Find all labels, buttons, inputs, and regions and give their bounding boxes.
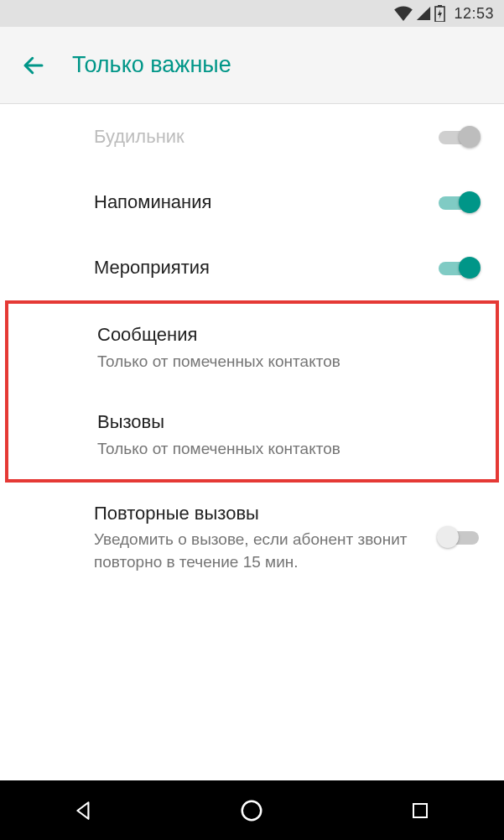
row-messages[interactable]: Сообщения Только от помеченных контактов xyxy=(8,304,496,391)
row-calls[interactable]: Вызовы Только от помеченных контактов xyxy=(8,391,496,478)
label-messages: Сообщения xyxy=(97,322,472,347)
row-events[interactable]: Мероприятия xyxy=(0,235,504,300)
clock-text: 12:53 xyxy=(454,5,494,23)
switch-reminders[interactable] xyxy=(437,188,481,217)
cellular-icon xyxy=(416,6,431,21)
row-repeat-callers[interactable]: Повторные вызовы Уведомить о вызове, есл… xyxy=(0,483,504,592)
sub-repeat: Уведомить о вызове, если абонент звонит … xyxy=(94,529,437,573)
highlight-annotation: Сообщения Только от помеченных контактов… xyxy=(5,300,499,483)
switch-alarm xyxy=(437,123,481,151)
svg-rect-3 xyxy=(413,804,427,817)
switch-events[interactable] xyxy=(437,253,481,282)
row-reminders[interactable]: Напоминания xyxy=(0,170,504,235)
navigation-bar xyxy=(0,780,504,840)
status-bar: 12:53 xyxy=(0,0,504,27)
nav-back-button[interactable] xyxy=(50,790,117,832)
sub-messages: Только от помеченных контактов xyxy=(97,351,472,373)
nav-home-button[interactable] xyxy=(218,790,285,832)
switch-repeat[interactable] xyxy=(437,523,481,551)
wifi-icon xyxy=(394,6,413,21)
label-alarm: Будильник xyxy=(94,124,437,149)
label-repeat: Повторные вызовы xyxy=(94,501,437,526)
label-events: Мероприятия xyxy=(94,255,437,280)
back-button[interactable] xyxy=(17,49,50,82)
label-reminders: Напоминания xyxy=(94,190,437,215)
app-bar: Только важные xyxy=(0,27,504,104)
settings-list: Будильник Напоминания Мероприятия Сообще… xyxy=(0,104,504,592)
row-alarm: Будильник xyxy=(0,104,504,170)
nav-recent-button[interactable] xyxy=(387,790,454,832)
page-title: Только важные xyxy=(72,52,231,78)
battery-icon xyxy=(434,5,445,22)
svg-point-2 xyxy=(242,801,262,820)
sub-calls: Только от помеченных контактов xyxy=(97,438,472,461)
label-calls: Вызовы xyxy=(97,410,472,435)
